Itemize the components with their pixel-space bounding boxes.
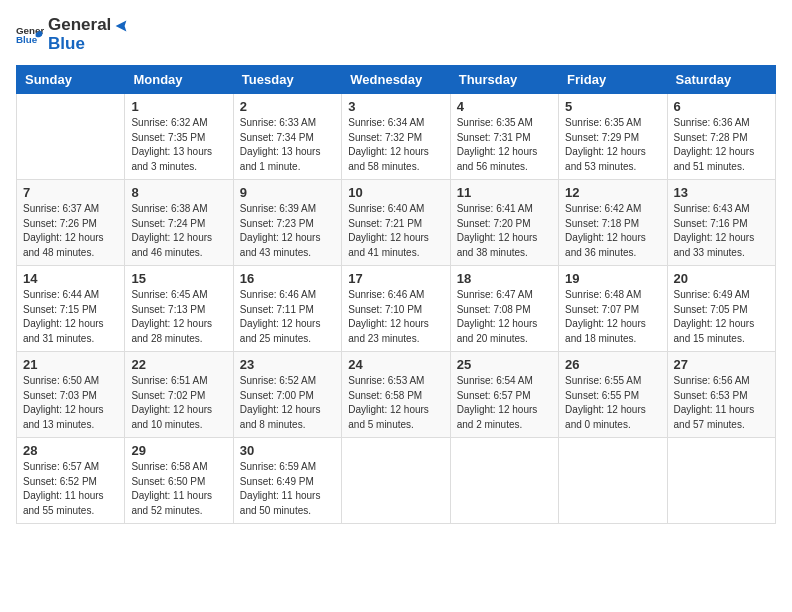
day-number: 12	[565, 185, 660, 200]
day-info: Sunrise: 6:35 AM Sunset: 7:31 PM Dayligh…	[457, 116, 552, 174]
day-info: Sunrise: 6:46 AM Sunset: 7:11 PM Dayligh…	[240, 288, 335, 346]
calendar-day-1: 1Sunrise: 6:32 AM Sunset: 7:35 PM Daylig…	[125, 94, 233, 180]
calendar-day-30: 30Sunrise: 6:59 AM Sunset: 6:49 PM Dayli…	[233, 438, 341, 524]
day-number: 23	[240, 357, 335, 372]
day-number: 22	[131, 357, 226, 372]
day-number: 5	[565, 99, 660, 114]
day-number: 9	[240, 185, 335, 200]
day-number: 15	[131, 271, 226, 286]
day-number: 13	[674, 185, 769, 200]
day-number: 8	[131, 185, 226, 200]
day-number: 26	[565, 357, 660, 372]
svg-text:Blue: Blue	[16, 34, 38, 45]
day-number: 1	[131, 99, 226, 114]
day-info: Sunrise: 6:43 AM Sunset: 7:16 PM Dayligh…	[674, 202, 769, 260]
day-number: 17	[348, 271, 443, 286]
day-info: Sunrise: 6:44 AM Sunset: 7:15 PM Dayligh…	[23, 288, 118, 346]
logo-blue-text: Blue	[48, 35, 131, 54]
day-number: 30	[240, 443, 335, 458]
calendar-day-7: 7Sunrise: 6:37 AM Sunset: 7:26 PM Daylig…	[17, 180, 125, 266]
calendar-day-5: 5Sunrise: 6:35 AM Sunset: 7:29 PM Daylig…	[559, 94, 667, 180]
weekday-header-tuesday: Tuesday	[233, 66, 341, 94]
empty-cell	[450, 438, 558, 524]
empty-cell	[667, 438, 775, 524]
calendar-week-4: 21Sunrise: 6:50 AM Sunset: 7:03 PM Dayli…	[17, 352, 776, 438]
day-info: Sunrise: 6:32 AM Sunset: 7:35 PM Dayligh…	[131, 116, 226, 174]
calendar-day-24: 24Sunrise: 6:53 AM Sunset: 6:58 PM Dayli…	[342, 352, 450, 438]
logo-arrow-icon	[112, 17, 130, 35]
day-info: Sunrise: 6:37 AM Sunset: 7:26 PM Dayligh…	[23, 202, 118, 260]
day-number: 18	[457, 271, 552, 286]
weekday-header-thursday: Thursday	[450, 66, 558, 94]
day-info: Sunrise: 6:58 AM Sunset: 6:50 PM Dayligh…	[131, 460, 226, 518]
calendar-day-17: 17Sunrise: 6:46 AM Sunset: 7:10 PM Dayli…	[342, 266, 450, 352]
calendar-day-4: 4Sunrise: 6:35 AM Sunset: 7:31 PM Daylig…	[450, 94, 558, 180]
day-number: 14	[23, 271, 118, 286]
page-header: General Blue General Blue	[16, 16, 776, 53]
day-number: 28	[23, 443, 118, 458]
calendar-day-27: 27Sunrise: 6:56 AM Sunset: 6:53 PM Dayli…	[667, 352, 775, 438]
calendar-day-3: 3Sunrise: 6:34 AM Sunset: 7:32 PM Daylig…	[342, 94, 450, 180]
calendar-day-10: 10Sunrise: 6:40 AM Sunset: 7:21 PM Dayli…	[342, 180, 450, 266]
calendar-day-15: 15Sunrise: 6:45 AM Sunset: 7:13 PM Dayli…	[125, 266, 233, 352]
day-number: 6	[674, 99, 769, 114]
calendar-day-11: 11Sunrise: 6:41 AM Sunset: 7:20 PM Dayli…	[450, 180, 558, 266]
calendar-table: SundayMondayTuesdayWednesdayThursdayFrid…	[16, 65, 776, 524]
calendar-day-21: 21Sunrise: 6:50 AM Sunset: 7:03 PM Dayli…	[17, 352, 125, 438]
calendar-day-29: 29Sunrise: 6:58 AM Sunset: 6:50 PM Dayli…	[125, 438, 233, 524]
day-info: Sunrise: 6:47 AM Sunset: 7:08 PM Dayligh…	[457, 288, 552, 346]
calendar-week-3: 14Sunrise: 6:44 AM Sunset: 7:15 PM Dayli…	[17, 266, 776, 352]
weekday-header-sunday: Sunday	[17, 66, 125, 94]
day-number: 4	[457, 99, 552, 114]
day-info: Sunrise: 6:59 AM Sunset: 6:49 PM Dayligh…	[240, 460, 335, 518]
day-info: Sunrise: 6:45 AM Sunset: 7:13 PM Dayligh…	[131, 288, 226, 346]
calendar-day-2: 2Sunrise: 6:33 AM Sunset: 7:34 PM Daylig…	[233, 94, 341, 180]
day-info: Sunrise: 6:50 AM Sunset: 7:03 PM Dayligh…	[23, 374, 118, 432]
day-number: 2	[240, 99, 335, 114]
calendar-day-26: 26Sunrise: 6:55 AM Sunset: 6:55 PM Dayli…	[559, 352, 667, 438]
day-info: Sunrise: 6:36 AM Sunset: 7:28 PM Dayligh…	[674, 116, 769, 174]
logo-general-text: General	[48, 15, 111, 34]
day-info: Sunrise: 6:34 AM Sunset: 7:32 PM Dayligh…	[348, 116, 443, 174]
day-info: Sunrise: 6:41 AM Sunset: 7:20 PM Dayligh…	[457, 202, 552, 260]
day-info: Sunrise: 6:51 AM Sunset: 7:02 PM Dayligh…	[131, 374, 226, 432]
calendar-day-14: 14Sunrise: 6:44 AM Sunset: 7:15 PM Dayli…	[17, 266, 125, 352]
calendar-day-16: 16Sunrise: 6:46 AM Sunset: 7:11 PM Dayli…	[233, 266, 341, 352]
day-info: Sunrise: 6:49 AM Sunset: 7:05 PM Dayligh…	[674, 288, 769, 346]
empty-cell	[17, 94, 125, 180]
calendar-day-6: 6Sunrise: 6:36 AM Sunset: 7:28 PM Daylig…	[667, 94, 775, 180]
day-info: Sunrise: 6:55 AM Sunset: 6:55 PM Dayligh…	[565, 374, 660, 432]
day-number: 24	[348, 357, 443, 372]
logo: General Blue General Blue	[16, 16, 131, 53]
day-number: 20	[674, 271, 769, 286]
day-info: Sunrise: 6:56 AM Sunset: 6:53 PM Dayligh…	[674, 374, 769, 432]
weekday-header-monday: Monday	[125, 66, 233, 94]
calendar-week-1: 1Sunrise: 6:32 AM Sunset: 7:35 PM Daylig…	[17, 94, 776, 180]
calendar-day-18: 18Sunrise: 6:47 AM Sunset: 7:08 PM Dayli…	[450, 266, 558, 352]
calendar-day-20: 20Sunrise: 6:49 AM Sunset: 7:05 PM Dayli…	[667, 266, 775, 352]
calendar-day-12: 12Sunrise: 6:42 AM Sunset: 7:18 PM Dayli…	[559, 180, 667, 266]
calendar-day-19: 19Sunrise: 6:48 AM Sunset: 7:07 PM Dayli…	[559, 266, 667, 352]
svg-marker-2	[116, 20, 127, 31]
logo-icon: General Blue	[16, 21, 44, 49]
calendar-day-9: 9Sunrise: 6:39 AM Sunset: 7:23 PM Daylig…	[233, 180, 341, 266]
calendar-day-25: 25Sunrise: 6:54 AM Sunset: 6:57 PM Dayli…	[450, 352, 558, 438]
weekday-row: SundayMondayTuesdayWednesdayThursdayFrid…	[17, 66, 776, 94]
calendar-week-5: 28Sunrise: 6:57 AM Sunset: 6:52 PM Dayli…	[17, 438, 776, 524]
day-number: 3	[348, 99, 443, 114]
day-info: Sunrise: 6:57 AM Sunset: 6:52 PM Dayligh…	[23, 460, 118, 518]
day-number: 19	[565, 271, 660, 286]
calendar-day-22: 22Sunrise: 6:51 AM Sunset: 7:02 PM Dayli…	[125, 352, 233, 438]
empty-cell	[342, 438, 450, 524]
day-number: 10	[348, 185, 443, 200]
day-info: Sunrise: 6:35 AM Sunset: 7:29 PM Dayligh…	[565, 116, 660, 174]
day-info: Sunrise: 6:46 AM Sunset: 7:10 PM Dayligh…	[348, 288, 443, 346]
calendar-header: SundayMondayTuesdayWednesdayThursdayFrid…	[17, 66, 776, 94]
calendar-day-28: 28Sunrise: 6:57 AM Sunset: 6:52 PM Dayli…	[17, 438, 125, 524]
day-info: Sunrise: 6:38 AM Sunset: 7:24 PM Dayligh…	[131, 202, 226, 260]
calendar-body: 1Sunrise: 6:32 AM Sunset: 7:35 PM Daylig…	[17, 94, 776, 524]
weekday-header-friday: Friday	[559, 66, 667, 94]
calendar-week-2: 7Sunrise: 6:37 AM Sunset: 7:26 PM Daylig…	[17, 180, 776, 266]
day-number: 29	[131, 443, 226, 458]
weekday-header-saturday: Saturday	[667, 66, 775, 94]
